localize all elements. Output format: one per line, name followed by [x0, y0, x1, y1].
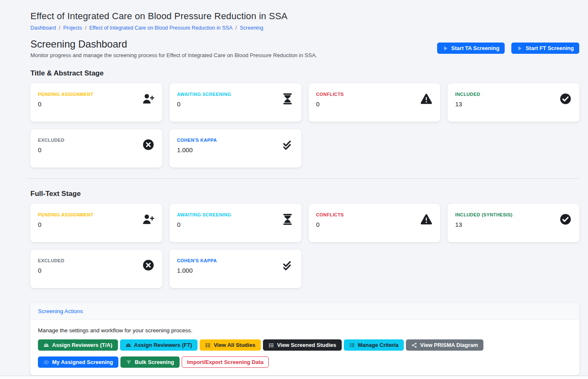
stat-value: 0: [177, 221, 231, 228]
ft-stage-cards: PENDING ASSIGNMENT 0 AWAITING SCREENING …: [30, 204, 579, 288]
stat-value: 0: [38, 221, 93, 228]
stat-label: COHEN'S KAPPA: [177, 138, 217, 143]
person-plus-icon: [142, 93, 155, 105]
stat-card-conflicts: CONFLICTS 0: [309, 83, 440, 122]
play-icon: [517, 45, 523, 51]
button-label: Bulk Screening: [135, 359, 174, 365]
stat-value: 0: [38, 100, 93, 108]
stat-label: INCLUDED (SYNTHESIS): [455, 212, 513, 217]
breadcrumb-separator: /: [85, 25, 86, 31]
my-assigned-screening-button[interactable]: My Assigned Screening: [38, 356, 118, 368]
button-label: View Screened Studies: [277, 342, 336, 348]
stat-label: CONFLICTS: [316, 92, 344, 97]
stat-card-conflicts-ft: CONFLICTS 0: [309, 204, 440, 242]
stat-card-cohens-kappa: COHEN'S KAPPA 1.000: [170, 129, 301, 168]
stat-label: PENDING ASSIGNMENT: [38, 92, 93, 97]
breadcrumb: Dashboard / Projects / Effect of Integra…: [30, 25, 579, 31]
eye-icon: [43, 359, 49, 365]
stat-value: 1.000: [177, 146, 217, 153]
button-label: View PRISMA Diagram: [420, 342, 478, 348]
hourglass-icon: [281, 213, 294, 226]
actions-row-2: My Assigned Screening Bulk Screening Imp…: [38, 356, 572, 368]
share-nodes-icon: [411, 342, 417, 348]
stat-label: PENDING ASSIGNMENT: [38, 212, 93, 217]
ta-stage-cards: PENDING ASSIGNMENT 0 AWAITING SCREENING …: [30, 83, 579, 168]
stat-card-pending-assignment-ft: PENDING ASSIGNMENT 0: [30, 204, 162, 242]
dashboard-header: Screening Dashboard Monitor progress and…: [30, 38, 579, 58]
dashboard-header-text: Screening Dashboard Monitor progress and…: [30, 38, 317, 58]
assign-reviewers-ft-button[interactable]: Assign Reviewers (FT): [120, 339, 198, 351]
manage-criteria-button[interactable]: Manage Criteria: [344, 339, 404, 351]
stat-value: 0: [316, 100, 344, 108]
button-label: Start TA Screening: [451, 45, 500, 51]
stat-value: 0: [177, 100, 231, 108]
stat-label: AWAITING SCREENING: [177, 212, 231, 217]
breadcrumb-projects[interactable]: Projects: [63, 25, 82, 31]
warning-triangle-icon: [420, 93, 433, 105]
view-prisma-diagram-button[interactable]: View PRISMA Diagram: [406, 339, 483, 351]
stat-value: 0: [38, 146, 65, 153]
list-check-icon: [268, 342, 274, 348]
stat-card-awaiting-screening-ft: AWAITING SCREENING 0: [170, 204, 301, 242]
stat-label: INCLUDED: [455, 92, 480, 97]
ta-stage-title: Title & Abstract Stage: [30, 69, 579, 78]
start-ft-screening-button[interactable]: Start FT Screening: [511, 43, 579, 54]
stat-card-included: INCLUDED 13: [448, 83, 579, 122]
breadcrumb-project-name[interactable]: Effect of Integrated Care on Blood Press…: [89, 25, 233, 31]
double-check-icon: [281, 138, 294, 151]
start-ta-screening-button[interactable]: Start TA Screening: [437, 43, 505, 54]
stat-label: EXCLUDED: [38, 258, 65, 263]
ft-stage-title: Full-Text Stage: [30, 190, 579, 198]
stat-value: 1.000: [177, 267, 217, 274]
stat-value: 13: [455, 100, 480, 108]
stat-label: CONFLICTS: [316, 212, 344, 217]
screening-actions-body: Manage the settings and workflow for you…: [30, 320, 579, 375]
users-icon: [125, 342, 131, 348]
breadcrumb-separator: /: [59, 25, 60, 31]
stat-card-pending-assignment: PENDING ASSIGNMENT 0: [30, 83, 162, 122]
filter-funnel-icon: [126, 359, 132, 365]
list-check-icon: [205, 342, 211, 348]
stat-card-included-synthesis: INCLUDED (SYNTHESIS) 13: [448, 204, 579, 242]
stat-card-excluded-ft: EXCLUDED 0: [30, 250, 162, 288]
button-label: My Assigned Screening: [52, 359, 113, 365]
stat-card-excluded: EXCLUDED 0: [30, 129, 162, 168]
check-circle-icon: [559, 93, 572, 105]
assign-reviewers-ta-button[interactable]: Assign Reviewers (T/A): [38, 339, 118, 351]
button-label: Start FT Screening: [525, 45, 574, 51]
breadcrumb-separator: /: [235, 25, 237, 31]
stat-value: 0: [316, 221, 344, 228]
breadcrumb-dashboard[interactable]: Dashboard: [30, 25, 56, 31]
bulk-screening-button[interactable]: Bulk Screening: [120, 356, 180, 368]
button-label: Import/Export Screening Data: [187, 359, 263, 365]
dashboard-heading: Screening Dashboard: [30, 38, 317, 50]
users-icon: [43, 342, 49, 348]
actions-row-1: Assign Reviewers (T/A) Assign Reviewers …: [38, 339, 572, 351]
warning-triangle-icon: [420, 213, 433, 226]
x-circle-icon: [142, 138, 155, 151]
dashboard-subtitle: Monitor progress and manage the screenin…: [30, 52, 317, 58]
button-label: Manage Criteria: [358, 342, 399, 348]
button-label: Assign Reviewers (T/A): [52, 342, 113, 348]
stat-card-cohens-kappa-ft: COHEN'S KAPPA 1.000: [170, 250, 301, 288]
header-buttons: Start TA Screening Start FT Screening: [437, 43, 579, 54]
check-circle-icon: [559, 213, 572, 226]
person-plus-icon: [142, 213, 155, 226]
view-all-studies-button[interactable]: View All Studies: [200, 339, 261, 351]
page-footer: [0, 376, 588, 379]
list-icon: [349, 342, 355, 348]
view-screened-studies-button[interactable]: View Screened Studies: [263, 339, 342, 351]
button-label: View All Studies: [214, 342, 255, 348]
stat-value: 0: [38, 267, 65, 274]
x-circle-icon: [142, 259, 155, 271]
stat-label: EXCLUDED: [38, 138, 65, 143]
stat-label: COHEN'S KAPPA: [177, 258, 217, 263]
import-export-screening-data-button[interactable]: Import/Export Screening Data: [182, 356, 269, 368]
stat-label: AWAITING SCREENING: [177, 92, 231, 97]
double-check-icon: [281, 259, 294, 271]
screening-actions-title: Screening Actions: [30, 303, 579, 320]
stat-value: 13: [455, 221, 513, 228]
screening-actions-description: Manage the settings and workflow for you…: [38, 327, 572, 334]
breadcrumb-screening[interactable]: Screening: [240, 25, 263, 31]
button-label: Assign Reviewers (FT): [134, 342, 192, 348]
